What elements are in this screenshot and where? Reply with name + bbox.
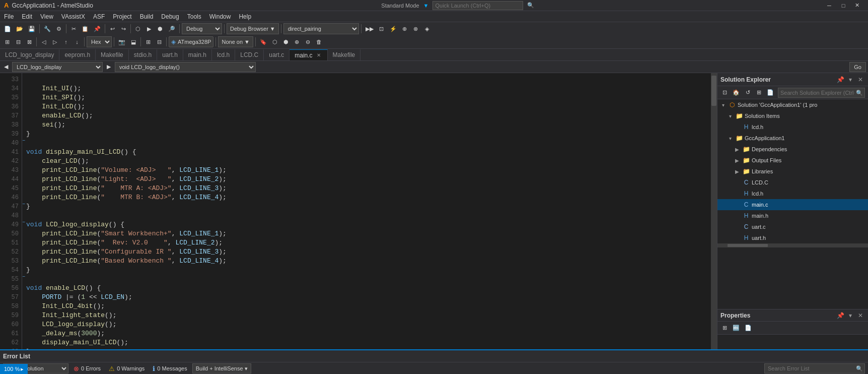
se-pin-button[interactable]: 📌 — [836, 75, 845, 84]
tb2-12[interactable]: ⊟ — [154, 36, 164, 47]
prop-alpha-btn[interactable]: 🔤 — [731, 323, 742, 334]
prop-dropdown-button[interactable]: ▾ — [846, 311, 855, 320]
code-editor[interactable]: 33 34 35 36 37 38 39 40 41 42 43 44 45 4… — [0, 73, 717, 349]
tree-si-lcd-h[interactable]: H lcd.h — [717, 121, 868, 133]
tab-main-c-close[interactable]: ✕ — [315, 52, 322, 59]
menu-tools[interactable]: Tools — [183, 11, 205, 22]
tree-lcd-h[interactable]: H lcd.h — [717, 188, 868, 199]
collapse-1[interactable]: − — [22, 137, 28, 146]
nav-scope-dropdown[interactable]: LCD_logo_display — [12, 62, 103, 72]
nav-function-dropdown[interactable]: void LCD_logo_display() — [115, 62, 256, 72]
menu-build[interactable]: Build — [136, 11, 158, 22]
tb2-bk1[interactable]: 🔖 — [258, 36, 269, 47]
quick-launch-input[interactable] — [432, 1, 523, 10]
build-intellisense-button[interactable]: Build + IntelliSense ▾ — [192, 363, 251, 373]
menu-help[interactable]: Help — [235, 11, 255, 22]
nav-back[interactable]: ◀ — [2, 62, 10, 72]
tb-device4[interactable]: ⊗ — [411, 23, 421, 34]
tab-lcd-logo[interactable]: LCD_logo_display — [0, 49, 59, 60]
tb2-10[interactable]: ⬓ — [128, 36, 138, 47]
nav-separator-arrow[interactable]: ▶ — [105, 62, 113, 72]
tree-output-files[interactable]: ▶ 📁 Output Files — [717, 155, 868, 166]
menu-project[interactable]: Project — [109, 11, 135, 22]
menu-view[interactable]: View — [36, 11, 57, 22]
tab-main-c[interactable]: main.c ✕ — [290, 49, 327, 60]
tree-uart-c[interactable]: C uart.c — [717, 221, 868, 232]
tb2-bk3[interactable]: ⬢ — [281, 36, 291, 47]
tb2-bk5[interactable]: ⊖ — [303, 36, 313, 47]
tb2-bk4[interactable]: ⊕ — [292, 36, 302, 47]
tb2-7[interactable]: ↓ — [72, 36, 82, 47]
search-solution-explorer-input[interactable] — [778, 88, 865, 98]
tree-libraries[interactable]: ▶ 📁 Libraries — [717, 166, 868, 177]
code-content[interactable]: Init_UI(); Init_SPI(); Init_LCD(); enabl… — [0, 73, 717, 349]
tb2-6[interactable]: ↑ — [61, 36, 71, 47]
new-button[interactable]: 📄 — [2, 23, 13, 34]
tb-device3[interactable]: ⊕ — [400, 23, 410, 34]
maximize-button[interactable]: □ — [837, 1, 850, 11]
tab-makefile1[interactable]: Makefile — [96, 49, 129, 60]
menu-asf[interactable]: ASF — [89, 11, 109, 22]
se-tb-2[interactable]: 🏠 — [731, 87, 742, 98]
tab-makefile2[interactable]: Makefile — [328, 49, 361, 60]
tb2-5[interactable]: ▷ — [50, 36, 60, 47]
tree-dependencies[interactable]: ▶ 📁 Dependencies — [717, 144, 868, 155]
undo-button[interactable]: ↩ — [107, 23, 117, 34]
tb2-1[interactable]: ⊞ — [2, 36, 12, 47]
collapse-4[interactable]: − — [22, 273, 28, 282]
messages-button[interactable]: ℹ 0 Messages — [150, 363, 190, 373]
se-tb-3[interactable]: ↺ — [743, 87, 753, 98]
none-on-button[interactable]: None on ▼ — [218, 36, 253, 47]
tb2-2[interactable]: ⊟ — [13, 36, 23, 47]
tb2-11[interactable]: ⊞ — [143, 36, 153, 47]
menu-debug[interactable]: Debug — [157, 11, 183, 22]
warnings-button[interactable]: ⚠ 0 Warnings — [106, 363, 148, 373]
program-button[interactable]: ▶▶ — [364, 23, 376, 34]
prop-category-btn[interactable]: ⊞ — [719, 323, 730, 334]
tab-uart-h[interactable]: uart.h — [157, 49, 183, 60]
collapse-2[interactable]: − — [22, 200, 28, 209]
redo-button[interactable]: ↪ — [118, 23, 128, 34]
tb2-4[interactable]: ◁ — [39, 36, 49, 47]
errors-button[interactable]: ⊗ 0 Errors — [70, 363, 104, 373]
target-dropdown[interactable]: direct_pairing — [283, 23, 359, 34]
tree-uart-h[interactable]: H uart.h — [717, 232, 868, 243]
tb-device1[interactable]: ⊡ — [377, 23, 387, 34]
tab-eeprom[interactable]: eeprom.h — [59, 49, 96, 60]
tb-nav3[interactable]: ⬢ — [155, 23, 165, 34]
save-button[interactable]: 💾 — [26, 23, 37, 34]
se-tb-5[interactable]: 📄 — [765, 87, 776, 98]
se-h-scrollbar-thumb[interactable] — [728, 244, 768, 247]
se-dropdown-button[interactable]: ▾ — [846, 75, 855, 84]
tree-gcc-app[interactable]: ▾ 📁 GccApplication1 — [717, 133, 868, 144]
close-button[interactable]: ✕ — [851, 1, 864, 11]
prop-pin-button[interactable]: 📌 — [836, 311, 845, 320]
go-button[interactable]: Go — [849, 62, 866, 72]
tab-lcd-h[interactable]: lcd.h — [212, 49, 235, 60]
menu-edit[interactable]: Edit — [18, 11, 36, 22]
tree-solution-root[interactable]: ▾ ⬡ Solution 'GccApplication1' (1 pro — [717, 99, 868, 110]
menu-vassistx[interactable]: VAssistX — [57, 11, 89, 22]
tb-device5[interactable]: ◈ — [422, 23, 432, 34]
v-scrollbar-thumb[interactable] — [711, 76, 716, 106]
debug-browser-button[interactable]: Debug Browser ▼ — [227, 23, 279, 34]
tree-main-h[interactable]: H main.h — [717, 210, 868, 221]
prop-close-button[interactable]: ✕ — [856, 311, 865, 320]
hex-dropdown[interactable]: Hex Dec — [87, 36, 112, 47]
menu-file[interactable]: File — [0, 11, 18, 22]
tab-main-h[interactable]: main.h — [183, 49, 212, 60]
configuration-dropdown[interactable]: Debug Release — [182, 23, 222, 34]
se-h-scrollbar[interactable] — [717, 243, 868, 247]
tab-stdio[interactable]: stdio.h — [129, 49, 157, 60]
paste-button[interactable]: 📌 — [92, 23, 103, 34]
tb-btn-3[interactable]: ⚙ — [54, 23, 64, 34]
open-button[interactable]: 📂 — [14, 23, 25, 34]
tb-nav2[interactable]: ▶ — [144, 23, 154, 34]
tree-main-c[interactable]: C main.c — [717, 199, 868, 210]
prop-pages-btn[interactable]: 📄 — [743, 323, 754, 334]
collapse-3[interactable]: − — [22, 218, 28, 227]
tab-lcd-c[interactable]: LCD.C — [235, 49, 264, 60]
tb-nav1[interactable]: ⬡ — [133, 23, 143, 34]
tb-device2[interactable]: ⚡ — [388, 23, 399, 34]
minimize-button[interactable]: ─ — [823, 1, 836, 11]
